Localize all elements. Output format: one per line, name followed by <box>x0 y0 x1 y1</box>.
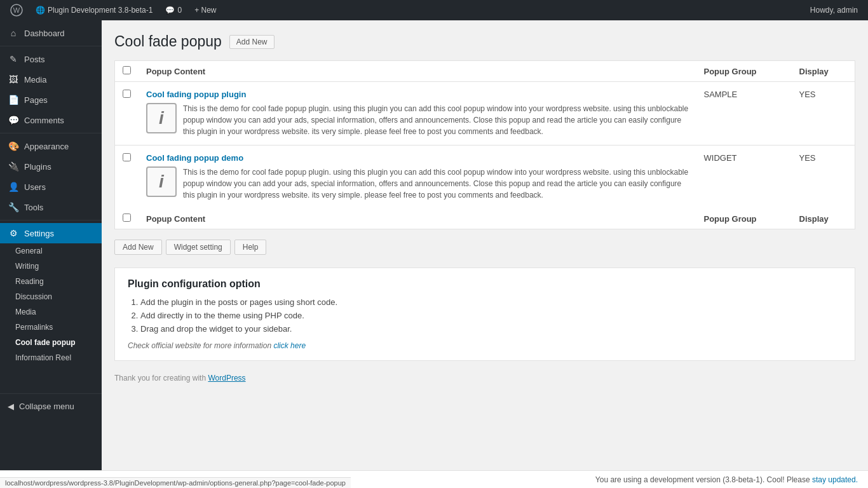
row1-title[interactable]: Cool fading popup plugin <box>146 90 689 99</box>
config-item-1: Add the plugin in the posts or pages usi… <box>140 297 842 307</box>
wordpress-link[interactable]: WordPress <box>208 374 245 383</box>
footer-popup-group: Popup Group <box>696 208 792 229</box>
sidebar: ⌂ Dashboard ✎ Posts 🖼 Media 📄 Pages 💬 Co… <box>0 20 102 488</box>
row1-description: This is the demo for cool fade popup plu… <box>183 103 689 137</box>
sidebar-sub-information-reel[interactable]: Information Reel <box>0 350 102 365</box>
config-link[interactable]: click here <box>273 341 306 350</box>
sidebar-sub-permalinks[interactable]: Permalinks <box>0 320 102 335</box>
wp-logo-button[interactable]: W <box>5 0 28 20</box>
config-item-2: Add directly in to the theme using PHP c… <box>140 311 842 320</box>
footer-display: Display <box>792 208 855 229</box>
row1-group: SAMPLE <box>696 82 792 146</box>
comments-sidebar-icon: 💬 <box>8 115 19 125</box>
row2-group: WIDGET <box>696 146 792 209</box>
header-popup-group: Popup Group <box>696 61 792 82</box>
sidebar-sub-discussion[interactable]: Discussion <box>0 289 102 304</box>
select-all-checkbox-bottom[interactable] <box>123 214 131 222</box>
thanks-text: Thank you for creating with WordPress <box>114 374 855 383</box>
stay-updated-link[interactable]: stay updated. <box>812 475 858 484</box>
pages-icon: 📄 <box>8 95 19 105</box>
help-button[interactable]: Help <box>234 240 267 255</box>
sidebar-sub-general[interactable]: General <box>0 243 102 259</box>
bottom-buttons: Add New Widget setting Help <box>114 240 855 255</box>
new-content-button[interactable]: + New <box>189 0 221 20</box>
row2-content-cell: Cool fading popup demo i This is the dem… <box>139 146 696 209</box>
collapse-menu-button[interactable]: ◀ Collapse menu <box>0 396 102 416</box>
sidebar-item-label: Tools <box>24 203 43 212</box>
url-bar: localhost/wordpress/wordpress-3.8/Plugin… <box>0 477 351 488</box>
sidebar-item-label: Settings <box>24 229 54 238</box>
footer-checkbox-col <box>115 208 139 229</box>
url-text: localhost/wordpress/wordpress-3.8/Plugin… <box>5 479 346 487</box>
sidebar-item-plugins[interactable]: 🔌 Plugins <box>0 156 102 177</box>
sidebar-sub-writing[interactable]: Writing <box>0 259 102 274</box>
posts-icon: ✎ <box>8 54 19 64</box>
sidebar-item-appearance[interactable]: 🎨 Appearance <box>0 136 102 156</box>
media-icon: 🖼 <box>8 74 19 85</box>
row2-display: YES <box>792 146 855 209</box>
appearance-icon: 🎨 <box>8 141 19 151</box>
row2-checkbox[interactable] <box>123 153 131 161</box>
new-label: + New <box>194 6 216 15</box>
collapse-icon: ◀ <box>8 402 14 411</box>
sidebar-item-comments[interactable]: 💬 Comments <box>0 110 102 130</box>
sidebar-sub-media[interactable]: Media <box>0 304 102 320</box>
sidebar-item-tools[interactable]: 🔧 Tools <box>0 197 102 217</box>
header-popup-content: Popup Content <box>139 61 696 82</box>
site-name-button[interactable]: 🌐 Plugin Development 3.8-beta-1 <box>31 0 158 20</box>
comments-button[interactable]: 💬 0 <box>160 0 187 20</box>
row1-checkbox[interactable] <box>123 90 131 98</box>
page-title: Cool fade popup <box>114 33 222 50</box>
table-row: Cool fading popup plugin i This is the d… <box>115 82 855 146</box>
globe-icon: 🌐 <box>36 6 45 15</box>
svg-text:W: W <box>13 6 20 14</box>
sidebar-item-settings[interactable]: ⚙ Settings <box>0 223 102 243</box>
row2-icon: i <box>146 166 177 197</box>
sidebar-item-label: Pages <box>24 95 48 105</box>
main-content: Cool fade popup Add New Popup Content Po… <box>102 20 868 488</box>
widget-setting-button[interactable]: Widget setting <box>166 240 231 255</box>
sidebar-item-pages[interactable]: 📄 Pages <box>0 90 102 110</box>
popup-table: Popup Content Popup Group Display Cool f… <box>114 60 855 229</box>
config-item-3: Drag and drop the widget to your sidebar… <box>140 324 842 334</box>
row2-title[interactable]: Cool fading popup demo <box>146 153 689 163</box>
plugins-icon: 🔌 <box>8 161 19 172</box>
row1-checkbox-cell <box>115 82 139 146</box>
settings-icon: ⚙ <box>8 228 19 238</box>
status-text: You are using a development version (3.8… <box>595 475 810 484</box>
sidebar-item-label: Comments <box>24 116 64 125</box>
sidebar-item-dashboard[interactable]: ⌂ Dashboard <box>0 23 102 43</box>
sidebar-sub-reading[interactable]: Reading <box>0 274 102 289</box>
howdy-text: Howdy, admin <box>805 6 863 15</box>
admin-bar: W 🌐 Plugin Development 3.8-beta-1 💬 0 + … <box>0 0 868 20</box>
config-note: Check official website for more informat… <box>128 341 842 350</box>
sidebar-sub-cool-fade-popup[interactable]: Cool fade popup <box>0 335 102 350</box>
sidebar-item-label: Media <box>24 75 46 85</box>
row2-checkbox-cell <box>115 146 139 209</box>
tools-icon: 🔧 <box>8 202 19 212</box>
users-icon: 👤 <box>8 182 19 192</box>
sidebar-item-users[interactable]: 👤 Users <box>0 177 102 197</box>
select-all-checkbox-top[interactable] <box>123 66 131 74</box>
collapse-label: Collapse menu <box>19 402 74 411</box>
sidebar-item-label: Plugins <box>24 162 51 172</box>
sidebar-item-posts[interactable]: ✎ Posts <box>0 49 102 69</box>
comments-icon: 💬 <box>165 6 175 15</box>
add-new-header-button[interactable]: Add New <box>229 35 275 49</box>
table-row: Cool fading popup demo i This is the dem… <box>115 146 855 209</box>
page-header: Cool fade popup Add New <box>114 33 855 50</box>
config-title: Plugin configuration option <box>128 278 842 290</box>
footer-popup-content: Popup Content <box>139 208 696 229</box>
header-display: Display <box>792 61 855 82</box>
sidebar-item-label: Dashboard <box>24 29 65 38</box>
plugin-config-section: Plugin configuration option Add the plug… <box>114 268 855 361</box>
row1-icon: i <box>146 103 177 133</box>
header-checkbox-col <box>115 61 139 82</box>
add-new-button[interactable]: Add New <box>114 240 162 255</box>
sidebar-item-label: Users <box>24 182 46 192</box>
sidebar-item-media[interactable]: 🖼 Media <box>0 69 102 90</box>
dashboard-icon: ⌂ <box>8 28 19 38</box>
sidebar-item-label: Appearance <box>24 142 69 151</box>
sidebar-item-label: Posts <box>24 55 45 64</box>
row1-display: YES <box>792 82 855 146</box>
